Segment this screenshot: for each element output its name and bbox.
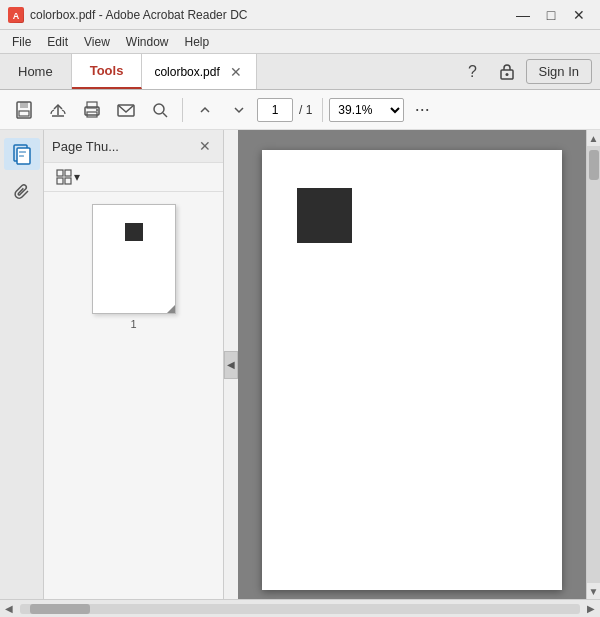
document-tab-close[interactable]: ✕ (228, 64, 244, 80)
tab-document[interactable]: colorbox.pdf ✕ (142, 54, 256, 89)
page-number-input[interactable] (257, 98, 293, 122)
more-tools-button[interactable]: ··· (406, 94, 438, 126)
toolbar-separator-1 (182, 98, 183, 122)
bottom-scroll-thumb[interactable] (30, 604, 90, 614)
svg-rect-6 (19, 111, 29, 116)
panel-title: Page Thu... (52, 139, 119, 154)
document-tab-label: colorbox.pdf (154, 65, 219, 79)
scroll-right-button[interactable]: ▶ (582, 600, 600, 618)
svg-point-3 (505, 73, 508, 76)
thumbnail-panel: Page Thu... ✕ ▾ 1 (44, 130, 224, 599)
protect-icon (498, 63, 516, 81)
title-bar-left: A colorbox.pdf - Adobe Acrobat Reader DC (8, 7, 247, 23)
scroll-up-button[interactable]: ▲ (587, 130, 601, 146)
toolbar-separator-2 (322, 98, 323, 122)
main-area: Page Thu... ✕ ▾ 1 ◀ (0, 130, 600, 599)
menu-window[interactable]: Window (118, 33, 177, 51)
pdf-viewer[interactable] (238, 130, 586, 599)
menu-view[interactable]: View (76, 33, 118, 51)
search-icon (150, 100, 170, 120)
svg-rect-5 (20, 102, 28, 108)
svg-point-13 (154, 104, 164, 114)
scroll-down-button[interactable]: ▼ (587, 583, 601, 599)
title-bar-controls: — □ ✕ (510, 5, 592, 25)
panel-collapse-button[interactable]: ◀ (224, 351, 238, 379)
tab-home[interactable]: Home (0, 54, 72, 89)
menu-edit[interactable]: Edit (39, 33, 76, 51)
options-arrow-icon: ▾ (74, 170, 80, 184)
save-icon (14, 100, 34, 120)
prev-page-button[interactable] (189, 94, 221, 126)
options-grid-icon (56, 169, 72, 185)
svg-rect-22 (65, 178, 71, 184)
toolbar-nav (189, 94, 255, 126)
help-icon: ? (468, 63, 477, 81)
minimize-button[interactable]: — (510, 5, 536, 25)
right-scrollbar: ▲ ▼ (586, 130, 600, 599)
prev-page-icon (196, 101, 214, 119)
save-button[interactable] (8, 94, 40, 126)
thumbnail-dark-box (125, 223, 143, 241)
scroll-left-button[interactable]: ◀ (0, 600, 18, 618)
close-button[interactable]: ✕ (566, 5, 592, 25)
svg-point-11 (96, 109, 98, 111)
upload-icon (48, 100, 68, 120)
svg-rect-17 (19, 151, 26, 153)
panel-options: ▾ (44, 163, 223, 192)
pdf-dark-rectangle (297, 188, 352, 243)
tab-right-actions: ? Sign In (458, 54, 600, 89)
email-icon (116, 100, 136, 120)
left-sidebar-icons (0, 130, 44, 599)
bottom-scroll-track[interactable] (20, 604, 580, 614)
menu-file[interactable]: File (4, 33, 39, 51)
svg-line-14 (163, 113, 167, 117)
panel-options-button[interactable]: ▾ (52, 167, 84, 187)
svg-text:A: A (13, 11, 20, 21)
panel-content: 1 (44, 192, 223, 599)
title-bar: A colorbox.pdf - Adobe Acrobat Reader DC… (0, 0, 600, 30)
sign-in-button[interactable]: Sign In (526, 59, 592, 84)
email-button[interactable] (110, 94, 142, 126)
pages-icon (11, 143, 33, 165)
print-icon (82, 100, 102, 120)
print-button[interactable] (76, 94, 108, 126)
page-separator: / 1 (299, 103, 312, 117)
attachments-panel-button[interactable] (4, 176, 40, 208)
pdf-page (262, 150, 562, 590)
svg-rect-19 (57, 170, 63, 176)
scroll-thumb[interactable] (589, 150, 599, 180)
page-thumbnail-1[interactable] (92, 204, 176, 314)
svg-rect-18 (19, 155, 24, 157)
next-page-icon (230, 101, 248, 119)
app-icon: A (8, 7, 24, 23)
toolbar: / 1 39.1% 50% 75% 100% 125% 150% ··· (0, 90, 600, 130)
bottom-scrollbar: ◀ ▶ (0, 599, 600, 617)
tab-bar: Home Tools colorbox.pdf ✕ ? Sign In (0, 54, 600, 90)
svg-rect-20 (65, 170, 71, 176)
pages-panel-button[interactable] (4, 138, 40, 170)
tab-tools[interactable]: Tools (72, 54, 143, 89)
next-page-button[interactable] (223, 94, 255, 126)
thumbnail-page-label: 1 (130, 318, 136, 330)
window-title: colorbox.pdf - Adobe Acrobat Reader DC (30, 8, 247, 22)
attach-icon (12, 182, 32, 202)
scroll-track[interactable] (587, 146, 601, 583)
svg-rect-21 (57, 178, 63, 184)
maximize-button[interactable]: □ (538, 5, 564, 25)
panel-close-button[interactable]: ✕ (195, 136, 215, 156)
menu-help[interactable]: Help (177, 33, 218, 51)
help-button[interactable]: ? (458, 58, 488, 86)
panel-header: Page Thu... ✕ (44, 130, 223, 163)
protect-button[interactable] (492, 58, 522, 86)
tab-nav: Home Tools (0, 54, 142, 89)
search-button[interactable] (144, 94, 176, 126)
menu-bar: File Edit View Window Help (0, 30, 600, 54)
zoom-select[interactable]: 39.1% 50% 75% 100% 125% 150% (329, 98, 404, 122)
thumbnail-corner (167, 305, 175, 313)
upload-button[interactable] (42, 94, 74, 126)
